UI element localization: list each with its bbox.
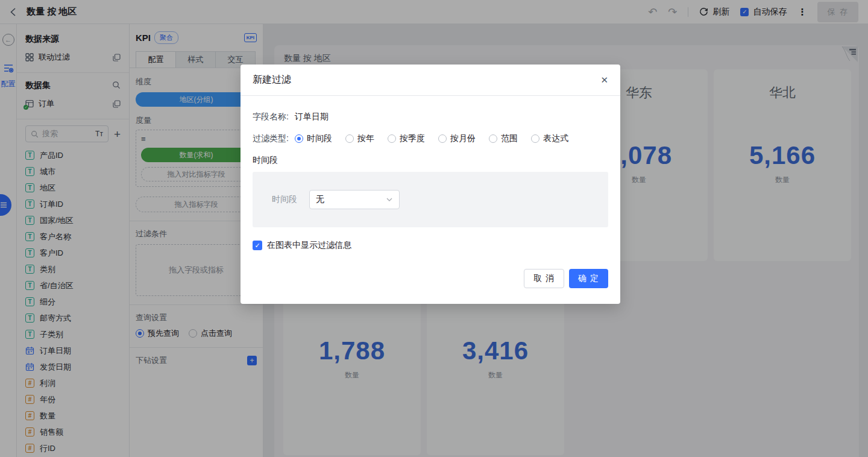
filter-type-option[interactable]: 按季度 [388, 133, 425, 144]
radio-icon [438, 134, 447, 143]
radio-icon [295, 134, 303, 143]
radio-icon [345, 134, 354, 143]
time-range-select[interactable]: 无 [309, 190, 400, 209]
cancel-button[interactable]: 取 消 [524, 269, 564, 288]
radio-label: 时间段 [307, 133, 332, 144]
checkbox-checked-icon: ✓ [253, 241, 262, 250]
close-icon[interactable]: ✕ [600, 75, 608, 84]
new-filter-dialog: 新建过滤 ✕ 字段名称: 订单日期 过滤类型: 时间段按年按季度按月份范围表达式… [241, 65, 620, 304]
select-value: 无 [316, 194, 324, 205]
filter-type-option[interactable]: 时间段 [295, 133, 332, 144]
radio-icon [388, 134, 396, 143]
ok-button[interactable]: 确 定 [569, 269, 608, 288]
show-filter-info-checkbox[interactable]: ✓ 在图表中显示过滤信息 [253, 240, 608, 251]
filter-type-option[interactable]: 按月份 [438, 133, 476, 144]
radio-label: 表达式 [543, 133, 568, 144]
radio-label: 按月份 [450, 133, 476, 144]
chevron-down-icon [386, 196, 393, 203]
filter-type-option[interactable]: 表达式 [531, 133, 568, 144]
time-range-label: 时间段 [272, 194, 297, 205]
filter-type-options: 时间段按年按季度按月份范围表达式 [295, 133, 568, 144]
filter-type-option[interactable]: 范围 [489, 133, 518, 144]
filter-type-label: 过滤类型: [253, 133, 289, 144]
checkbox-label: 在图表中显示过滤信息 [267, 240, 351, 251]
radio-label: 按年 [357, 133, 374, 144]
time-range-panel: 时间段 无 [253, 172, 608, 227]
field-name-value: 订单日期 [295, 112, 329, 122]
time-range-section-label: 时间段 [253, 154, 608, 166]
radio-label: 范围 [501, 133, 518, 144]
radio-label: 按季度 [400, 133, 425, 144]
field-name-label: 字段名称: [253, 112, 289, 122]
filter-type-option[interactable]: 按年 [345, 133, 374, 144]
app-window: 数量 按 地区 ↶ ↷ 刷新 ✓ 自动保存 ⋮ 保 存 ← 配置 [0, 0, 868, 457]
radio-icon [489, 134, 497, 143]
radio-icon [531, 134, 539, 143]
dialog-title: 新建过滤 [253, 74, 291, 86]
